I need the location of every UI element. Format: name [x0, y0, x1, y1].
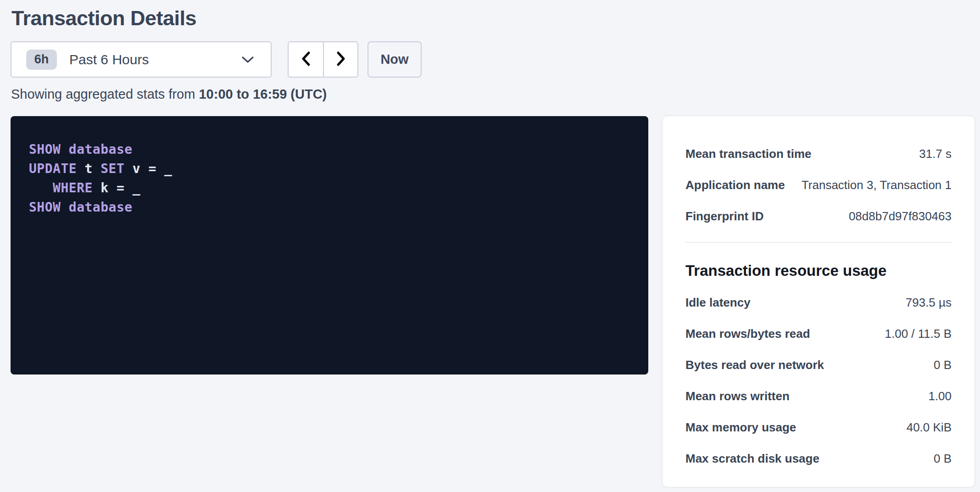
detail-value: 31.7 s	[919, 147, 952, 161]
stats-caption-range: 10:00 to 16:59 (UTC)	[199, 87, 327, 101]
detail-value: 40.0 KiB	[907, 420, 952, 435]
stats-caption: Showing aggregated stats from 10:00 to 1…	[11, 87, 980, 102]
prev-time-button[interactable]	[288, 41, 323, 78]
sql-statements: SHOW databaseUPDATE t SET v = _ WHERE k …	[29, 140, 630, 217]
detail-label: Mean rows written	[685, 389, 790, 403]
detail-value: 1.00	[928, 389, 952, 403]
detail-row: Idle latency 793.5 µs	[685, 287, 952, 318]
page-title: Transaction Details	[11, 6, 980, 30]
card-divider	[685, 242, 952, 243]
detail-value: 0 B	[934, 358, 952, 372]
chevron-left-icon	[299, 50, 313, 69]
detail-row: Mean rows written 1.00	[685, 380, 952, 412]
detail-value: 1.00 / 11.5 B	[885, 327, 952, 341]
detail-row: Mean transaction time 31.7 s	[685, 138, 952, 169]
stats-caption-prefix: Showing aggregated stats from	[11, 87, 199, 101]
detail-label: Max memory usage	[685, 420, 796, 435]
detail-label: Application name	[685, 178, 785, 192]
time-controls: 6h Past 6 Hours	[11, 41, 980, 78]
detail-label: Bytes read over network	[685, 358, 824, 372]
time-range-badge: 6h	[26, 50, 57, 70]
detail-label: Max scratch disk usage	[685, 452, 819, 466]
sql-statement-box: SHOW databaseUPDATE t SET v = _ WHERE k …	[11, 116, 648, 375]
detail-label: Idle latency	[685, 296, 751, 310]
sql-line: UPDATE t SET v = _	[29, 159, 630, 179]
detail-row: Max scratch disk usage 0 B	[685, 443, 952, 474]
main-content: SHOW databaseUPDATE t SET v = _ WHERE k …	[11, 116, 980, 487]
detail-value: 793.5 µs	[906, 296, 952, 310]
detail-row: Bytes read over network 0 B	[685, 349, 952, 380]
chevron-down-icon	[241, 56, 254, 64]
next-time-button[interactable]	[323, 41, 358, 78]
detail-value: 0 B	[934, 452, 952, 466]
detail-label: Fingerprint ID	[685, 209, 763, 224]
transaction-details-card: Mean transaction time 31.7 s Application…	[663, 116, 974, 487]
sql-line: SHOW database	[29, 198, 630, 217]
sql-line: SHOW database	[29, 140, 630, 159]
detail-value: Transaction 3, Transaction 1	[802, 178, 952, 192]
chevron-right-icon	[334, 50, 348, 69]
detail-label: Mean rows/bytes read	[685, 327, 810, 341]
time-step-buttons	[288, 41, 358, 78]
detail-label: Mean transaction time	[685, 147, 812, 161]
detail-row: Max memory usage 40.0 KiB	[685, 412, 952, 443]
sql-line: WHERE k = _	[29, 179, 630, 198]
now-button[interactable]: Now	[368, 41, 422, 78]
detail-row: Mean rows/bytes read 1.00 / 11.5 B	[685, 318, 952, 349]
time-range-label: Past 6 Hours	[69, 52, 149, 67]
time-range-select[interactable]: 6h Past 6 Hours	[11, 41, 272, 78]
transaction-details-page: Transaction Details 6h Past 6 Hours	[0, 0, 980, 492]
detail-value: 08d8b7d97f830463	[849, 209, 952, 224]
resource-usage-heading: Transaction resource usage	[685, 262, 952, 280]
detail-row: Fingerprint ID 08d8b7d97f830463	[685, 201, 952, 232]
detail-row: Application name Transaction 3, Transact…	[685, 169, 952, 201]
